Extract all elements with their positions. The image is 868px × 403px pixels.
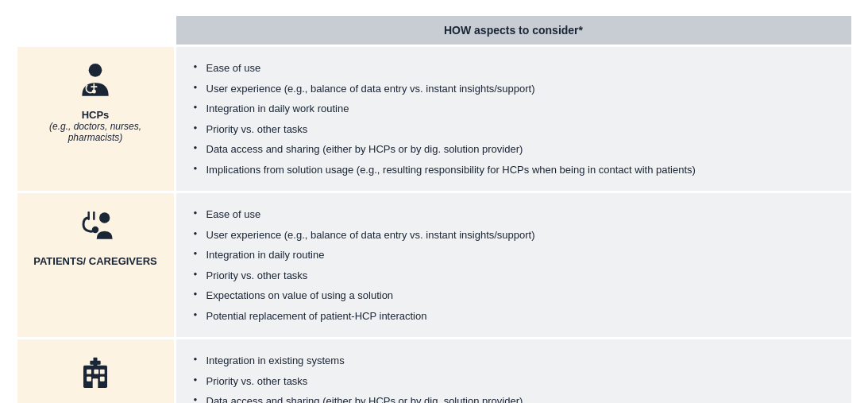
svg-rect-14 [87,377,91,382]
svg-rect-15 [100,377,105,382]
list-item: Implications from solution usage (e.g., … [192,160,835,180]
list-item: Integration in daily routine [192,245,835,265]
list-item: Priority vs. other tasks [192,371,835,392]
role-title-patients: PATIENTS/ CAREGIVERS [25,255,166,267]
list-item: Data access and sharing (either by HCPs … [192,391,835,403]
hospital-icon [25,352,166,395]
right-cell-patients: Ease of useUser experience (e.g., balanc… [176,193,851,337]
right-cell-others: Integration in existing systemsPriority … [176,339,851,403]
list-item: Integration in existing systems [192,351,835,371]
role-subtitle-hcps: (e.g., doctors, nurses, pharmacists) [25,121,166,143]
table-header: HOW aspects to consider* [176,16,851,45]
right-cell-hcps: Ease of useUser experience (e.g., balanc… [176,47,851,191]
hcp-icon [25,60,166,103]
svg-rect-12 [94,370,98,374]
list-item: Priority vs. other tasks [192,265,835,286]
list-item: Expectations on value of using a solutio… [192,285,835,306]
table-row-patients: PATIENTS/ CAREGIVERSEase of useUser expe… [17,193,851,337]
svg-point-4 [92,227,98,233]
list-item: Ease of use [192,58,835,79]
table-row-hcps: HCPs(e.g., doctors, nurses, pharmacists)… [17,47,851,191]
svg-rect-10 [90,361,100,365]
header-title: HOW aspects to consider* [444,24,583,37]
table-row-others: OTHERS(e.g., hospital management, IT)Int… [17,339,851,403]
left-cell-hcps: HCPs(e.g., doctors, nurses, pharmacists) [17,47,176,191]
svg-rect-16 [93,378,98,388]
role-title-hcps: HCPs [25,109,166,121]
svg-rect-3 [91,86,97,87]
svg-point-7 [99,212,110,223]
svg-point-0 [89,64,102,77]
svg-rect-13 [100,370,105,374]
list-item: Ease of use [192,204,835,225]
left-cell-patients: PATIENTS/ CAREGIVERS [17,193,176,337]
svg-rect-11 [87,370,91,374]
left-cell-others: OTHERS(e.g., hospital management, IT) [17,339,176,403]
patient-icon [25,206,166,249]
list-item: User experience (e.g., balance of data e… [192,225,835,246]
list-item: User experience (e.g., balance of data e… [192,79,835,99]
list-item: Priority vs. other tasks [192,119,835,140]
list-item: Potential replacement of patient-HCP int… [192,306,835,327]
list-item: Integration in daily work routine [192,99,835,119]
list-item: Data access and sharing (either by HCPs … [192,139,835,160]
